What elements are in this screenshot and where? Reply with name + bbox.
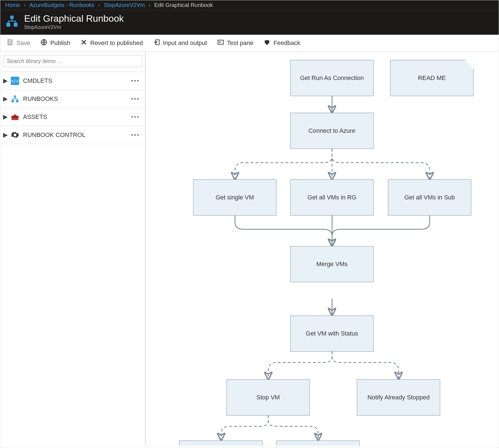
svg-rect-3 bbox=[9, 42, 11, 44]
chevron-right-icon: › bbox=[98, 2, 100, 8]
search-input[interactable] bbox=[3, 55, 142, 67]
node-notify-failed-to-stop[interactable]: Notify Failed To Stop bbox=[276, 441, 360, 446]
chevron-right-icon: ▶ bbox=[3, 131, 7, 139]
sidebar-item-assets[interactable]: ▶ ASSETS ··· bbox=[0, 108, 145, 126]
node-get-all-vms-sub[interactable]: Get all VMs in Sub bbox=[388, 179, 471, 216]
svg-rect-14 bbox=[14, 114, 16, 116]
sidebar: ▶ </> CMDLETS ··· ▶ RUNBOOKS ··· ▶ ASSET… bbox=[0, 52, 146, 446]
node-get-run-as[interactable]: Get Run As Connection bbox=[290, 60, 374, 96]
revert-button[interactable]: Revert to published bbox=[80, 39, 143, 47]
runbook-icon bbox=[5, 14, 19, 29]
svg-rect-11 bbox=[14, 96, 16, 98]
node-merge-vms[interactable]: Merge VMs bbox=[290, 246, 374, 282]
sidebar-item-label: RUNBOOK CONTROL bbox=[23, 131, 85, 139]
io-label: Input and output bbox=[163, 39, 207, 47]
graph-canvas[interactable]: Get Run As Connection READ ME Connect to… bbox=[146, 52, 499, 446]
node-connect-azure[interactable]: Connect to Azure bbox=[290, 113, 374, 149]
toolbar: Save Publish Revert to published Input a… bbox=[0, 35, 499, 52]
publish-label: Publish bbox=[50, 39, 70, 47]
publish-button[interactable]: Publish bbox=[40, 39, 70, 47]
sidebar-item-label: RUNBOOKS bbox=[23, 95, 58, 102]
feedback-label: Feedback bbox=[273, 39, 300, 47]
node-stop-vm[interactable]: Stop VM bbox=[226, 379, 310, 416]
feedback-button[interactable]: Feedback bbox=[263, 39, 300, 47]
test-pane-button[interactable]: Test pane bbox=[217, 39, 253, 47]
svg-rect-0 bbox=[6, 23, 10, 27]
save-label: Save bbox=[16, 39, 30, 47]
svg-rect-9 bbox=[12, 100, 14, 102]
gear-icon bbox=[11, 131, 19, 139]
svg-rect-10 bbox=[16, 100, 19, 102]
sidebar-item-runbook-control[interactable]: ▶ RUNBOOK CONTROL ··· bbox=[0, 126, 145, 144]
sidebar-item-label: CMDLETS bbox=[23, 77, 52, 84]
breadcrumb-runbooks[interactable]: AzureBudgets - Runbooks bbox=[29, 2, 94, 8]
node-get-single-vm[interactable]: Get single VM bbox=[193, 179, 276, 216]
heart-icon bbox=[263, 39, 271, 47]
close-icon bbox=[80, 39, 87, 47]
chevron-right-icon: ▶ bbox=[3, 95, 7, 102]
save-icon bbox=[6, 39, 14, 47]
toolbox-icon bbox=[11, 113, 19, 121]
chevron-right-icon: › bbox=[24, 2, 26, 8]
runbook-icon bbox=[11, 95, 19, 103]
node-readme[interactable]: READ ME bbox=[390, 60, 473, 96]
sidebar-item-label: ASSETS bbox=[23, 113, 47, 121]
input-output-icon bbox=[153, 39, 160, 47]
code-icon: </> bbox=[11, 77, 19, 85]
chevron-right-icon: ▶ bbox=[3, 77, 7, 84]
node-get-all-vms-rg[interactable]: Get all VMs in RG bbox=[290, 179, 374, 216]
breadcrumb-home[interactable]: Home bbox=[5, 2, 20, 8]
sidebar-item-runbooks[interactable]: ▶ RUNBOOKS ··· bbox=[0, 90, 145, 108]
title-bar: Edit Graphical Runbook StopAzureV2Vm bbox=[0, 10, 499, 35]
more-icon[interactable]: ··· bbox=[131, 112, 140, 121]
globe-icon bbox=[40, 39, 47, 47]
chevron-right-icon: ▶ bbox=[3, 113, 7, 121]
page-subtitle: StopAzureV2Vm bbox=[24, 24, 124, 30]
revert-label: Revert to published bbox=[90, 39, 143, 47]
test-pane-icon bbox=[217, 39, 224, 47]
more-icon[interactable]: ··· bbox=[131, 94, 140, 103]
sidebar-item-cmdlets[interactable]: ▶ </> CMDLETS ··· bbox=[0, 72, 145, 90]
main-split: ▶ </> CMDLETS ··· ▶ RUNBOOKS ··· ▶ ASSET… bbox=[0, 52, 499, 446]
svg-text:</>: </> bbox=[11, 79, 19, 84]
more-icon[interactable]: ··· bbox=[131, 76, 140, 85]
chevron-right-icon: › bbox=[149, 2, 150, 8]
page-title: Edit Graphical Runbook bbox=[24, 13, 124, 24]
save-button[interactable]: Save bbox=[6, 39, 30, 47]
io-button[interactable]: Input and output bbox=[153, 39, 207, 47]
svg-rect-13 bbox=[12, 116, 19, 117]
node-notify-vm-stopped[interactable]: Notify VM Stopped bbox=[179, 441, 263, 446]
node-get-vm-status[interactable]: Get VM with Status bbox=[290, 316, 374, 352]
breadcrumb: Home › AzureBudgets - Runbooks › StopAzu… bbox=[0, 0, 499, 10]
svg-rect-1 bbox=[14, 23, 17, 27]
more-icon[interactable]: ··· bbox=[131, 131, 140, 139]
breadcrumb-current-runbook[interactable]: StopAzureV2Vm bbox=[104, 2, 145, 8]
test-label: Test pane bbox=[227, 39, 253, 47]
breadcrumb-current: Edit Graphical Runbook bbox=[154, 2, 213, 8]
node-notify-already-stopped[interactable]: Notify Already Stopped bbox=[357, 379, 440, 416]
svg-rect-2 bbox=[10, 16, 14, 19]
